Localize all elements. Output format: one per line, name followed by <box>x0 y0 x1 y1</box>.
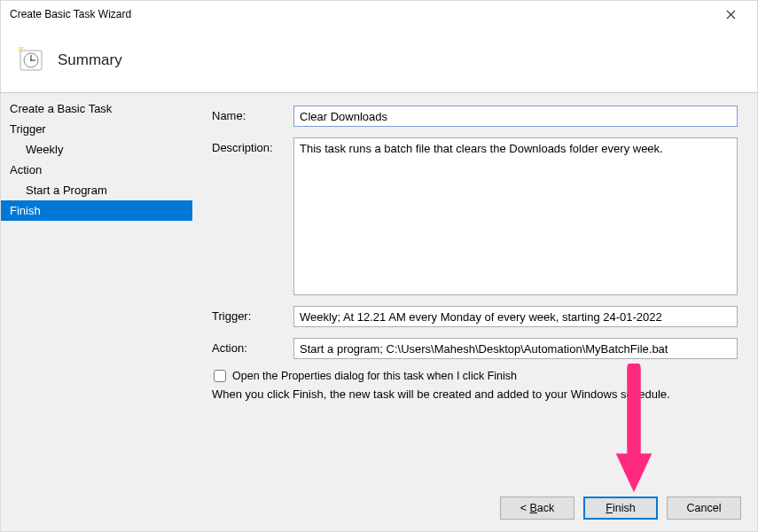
action-label: Action: <box>212 338 293 355</box>
wizard-step[interactable]: Finish <box>1 200 192 221</box>
name-input[interactable] <box>293 106 738 127</box>
summary-panel: Name: Description: Trigger: Action: Open… <box>192 93 757 485</box>
wizard-body: Create a Basic TaskTriggerWeeklyActionSt… <box>1 93 757 485</box>
wizard-step[interactable]: Action <box>1 160 192 180</box>
open-properties-row: Open the Properties dialog for this task… <box>214 370 738 382</box>
close-button[interactable] <box>711 2 750 27</box>
trigger-value <box>293 306 738 327</box>
back-button[interactable]: < Back <box>500 497 574 520</box>
wizard-step[interactable]: Create a Basic Task <box>1 98 192 119</box>
wizard-step[interactable]: Weekly <box>1 139 192 160</box>
finish-note: When you click Finish, the new task will… <box>212 387 738 401</box>
open-properties-label[interactable]: Open the Properties dialog for this task… <box>232 370 517 382</box>
name-row: Name: <box>212 106 738 127</box>
close-icon <box>726 10 736 20</box>
cancel-button[interactable]: Cancel <box>667 497 741 520</box>
action-row: Action: <box>212 338 738 359</box>
wizard-footer: < Back Finish Cancel <box>1 485 757 531</box>
name-label: Name: <box>212 106 293 122</box>
svg-point-4 <box>30 59 32 61</box>
titlebar: Create Basic Task Wizard <box>1 1 757 27</box>
wizard-step[interactable]: Start a Program <box>1 180 192 200</box>
trigger-label: Trigger: <box>212 306 293 323</box>
page-heading: Summary <box>58 51 122 69</box>
description-textarea[interactable] <box>293 137 738 295</box>
wizard-step[interactable]: Trigger <box>1 119 192 139</box>
task-scheduler-icon <box>15 45 45 75</box>
window-title: Create Basic Task Wizard <box>8 8 711 20</box>
finish-button[interactable]: Finish <box>583 497 658 520</box>
action-value <box>293 338 738 359</box>
wizard-steps-sidebar: Create a Basic TaskTriggerWeeklyActionSt… <box>1 93 192 485</box>
wizard-window: Create Basic Task Wizard Summary Create … <box>0 0 758 532</box>
trigger-row: Trigger: <box>212 306 738 327</box>
wizard-header: Summary <box>1 27 757 93</box>
description-label: Description: <box>212 137 293 154</box>
open-properties-checkbox[interactable] <box>214 370 226 382</box>
description-row: Description: <box>212 137 738 295</box>
